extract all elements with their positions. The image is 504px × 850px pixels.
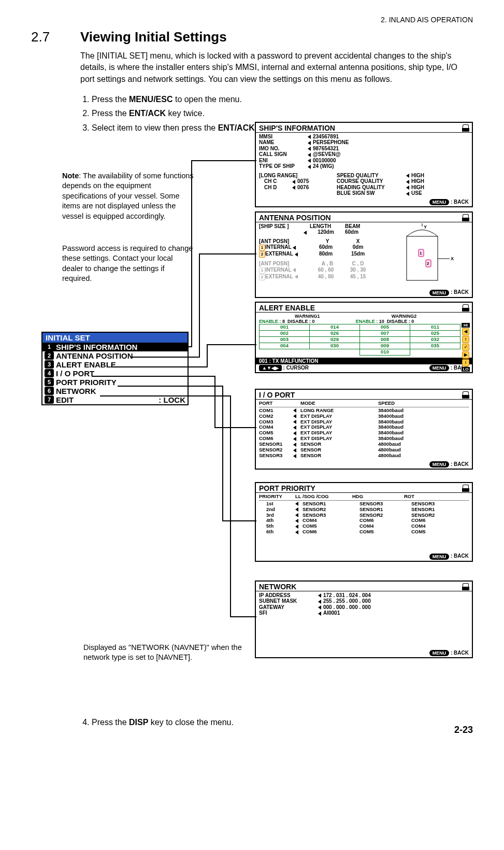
info-row: NAMEPERSEPHONE xyxy=(259,139,469,146)
running-header: 2. INLAND AIS OPERATION xyxy=(31,16,473,24)
svg-text:1: 1 xyxy=(420,251,422,256)
initial-set-menu: INITIAL SET 1SHIP'S INFORMATION2ANTENNA … xyxy=(41,332,189,405)
alert-priority-icon: ✓ xyxy=(462,344,469,351)
section-title: Viewing Initial Settings xyxy=(80,29,227,45)
alert-malfunction-row: 001 : TX MALFUNCTION xyxy=(256,358,472,364)
info-row: MMSI234567891 xyxy=(259,134,469,140)
info-row: IMO NO.987654321 xyxy=(259,146,469,152)
menu-button-icon: MENU xyxy=(429,461,450,468)
menu-button-icon: MENU xyxy=(429,650,450,656)
svg-text:X: X xyxy=(451,256,454,261)
note-password: Password access is required to change th… xyxy=(62,244,194,284)
info-row: IP ADDRESS172 . 031 . 024 . 004 xyxy=(259,592,469,599)
table-row: 002026007025 xyxy=(260,331,460,337)
alert-priority-icon: ! xyxy=(462,359,469,366)
info-row: CH C0075 xyxy=(259,178,337,185)
network-footnote: Displayed as "NETWORK (NAVNET)" when the… xyxy=(83,643,249,663)
panel-alert-enable: ALERT ENABLE WARNING1WARNING2 ENABLE : 8… xyxy=(255,302,473,374)
svg-text:2: 2 xyxy=(427,261,429,266)
menu-button-icon: MENU xyxy=(429,554,450,560)
table-row: 2ndSENSOR2SENSOR1SENSOR1 xyxy=(259,507,469,513)
menu-item[interactable]: 5PORT PRIORITY xyxy=(42,378,188,387)
table-row: COM3EXT DISPLAY38400baud xyxy=(259,419,469,425)
lock-icon xyxy=(463,485,469,491)
panel-network: NETWORK IP ADDRESS172 . 031 . 024 . 004S… xyxy=(255,580,473,658)
alert-priority-icon: ◀ xyxy=(462,328,469,335)
section-number: 2.7 xyxy=(31,29,80,45)
info-row: TYPE OF SHIP24 (WIG) xyxy=(259,163,469,169)
table-row: SENSOR1SENSOR4800baud xyxy=(259,442,469,447)
table-row: 6thCOM6COM5COM5 xyxy=(259,529,469,535)
panel-ships-information: SHIP'S INFORMATION MMSI234567891NAMEPERS… xyxy=(255,122,473,207)
ship-diagram-icon: Y X 1 2 xyxy=(388,223,466,286)
menu-button-icon: MENU xyxy=(429,290,450,296)
cursor-keys-icon: ▲▼◀▶ xyxy=(259,365,282,371)
section-intro: The [INITIAL SET] menu, which is locked … xyxy=(80,50,473,85)
info-row: ENI00100000 xyxy=(259,158,469,164)
alert-priority-icon: ! xyxy=(462,336,469,343)
info-row: CH D0076 xyxy=(259,185,337,191)
info-row: BLUE SIGN SWUSE xyxy=(337,190,469,196)
info-row: SUBNET MASK255 . 255 . 000 . 000 xyxy=(259,598,469,604)
table-row: SENSOR2SENSOR4800baud xyxy=(259,447,469,453)
menu-item[interactable]: 7EDIT: LOCK xyxy=(42,395,188,404)
lock-icon xyxy=(463,214,469,221)
svg-rect-0 xyxy=(407,236,438,280)
info-row: SFIAI0001 xyxy=(259,610,469,616)
menu-item[interactable]: 3ALERT ENABLE xyxy=(42,360,188,369)
panel-antenna-position: ANTENNA POSITION [SHIP SIZE ]LENGTHBEAM … xyxy=(255,211,473,298)
table-row: 004030009035 xyxy=(260,343,460,349)
page-number: 2-23 xyxy=(454,725,473,735)
svg-text:Y: Y xyxy=(424,224,427,230)
menu-item[interactable]: 1SHIP'S INFORMATION xyxy=(42,343,188,351)
menu-title: INITIAL SET xyxy=(42,333,188,343)
table-row: 003029008032 xyxy=(260,337,460,343)
menu-item[interactable]: 2ANTENNA POSITION xyxy=(42,351,188,360)
note-availability: Note: The availability of some functions… xyxy=(62,171,194,222)
panel-port-priority: PORT PRIORITY PRIORITYLL /SOG /COGHDGROT… xyxy=(255,482,473,562)
lock-icon xyxy=(463,583,469,590)
info-row: GATEWAY000 . 000 . 000 . 000 xyxy=(259,604,469,611)
table-row: 010 xyxy=(260,349,460,356)
alert-priority-icon: ▶ xyxy=(462,351,469,359)
table-row: COM1LONG RANGE38400baud xyxy=(259,408,469,414)
table-row: COM5EXT DISPLAY38400baud xyxy=(259,430,469,436)
menu-item[interactable]: 4I / O PORT xyxy=(42,369,188,378)
menu-button-icon: MENU xyxy=(429,199,450,205)
table-row: 1stSENSOR1SENSOR3SENSOR3 xyxy=(259,501,469,507)
panel-io-port: I / O PORT PORTMODESPEED COM1LONG RANGE3… xyxy=(255,389,473,470)
info-row: HEADING QUALITYHIGH xyxy=(337,185,469,191)
info-row: SPEED QUALITYHIGH xyxy=(337,173,469,179)
lock-icon xyxy=(463,391,469,398)
table-row: COM4EXT DISPLAY38400baud xyxy=(259,424,469,430)
menu-button-icon: MENU xyxy=(429,365,450,371)
table-row: COM2EXT DISPLAY38400baud xyxy=(259,414,469,419)
menu-item[interactable]: 6NETWORK xyxy=(42,387,188,395)
table-row: COM6EXT DISPLAY38400baud xyxy=(259,436,469,442)
info-row: CALL SIGN@SEVEN@ xyxy=(259,151,469,158)
table-row: SENSOR3SENSOR4800baud xyxy=(259,453,469,459)
step-1: Press the MENU/ESC to open the menu. xyxy=(92,92,473,106)
lock-icon xyxy=(463,124,469,131)
step-2: Press the ENT/ACK key twice. xyxy=(92,106,473,120)
lock-icon xyxy=(463,304,469,311)
table-row: 001014005011 xyxy=(260,324,460,331)
step-4: Press the DISP key to close the menu. xyxy=(92,715,473,729)
info-row: COURSE QUALITYHIGH xyxy=(337,178,469,185)
